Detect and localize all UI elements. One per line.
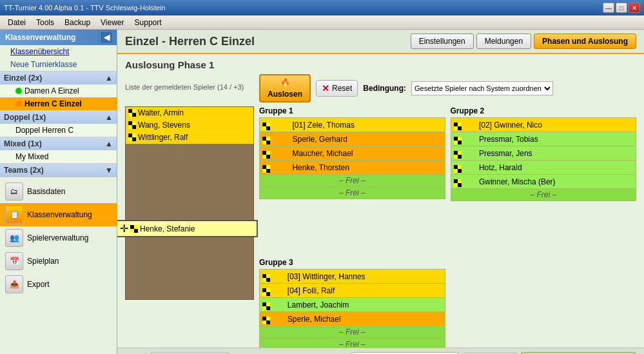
bedingung-select[interactable]: Gesetzte Spieler nach System zuordnen — [411, 81, 553, 95]
chess-icon — [454, 137, 462, 144]
table-row: – Frei – — [260, 326, 445, 339]
fire-icon: 🔥 — [280, 78, 290, 87]
bedingung-label: Bedingung: — [363, 84, 406, 93]
sidebar-doppel-items: Doppel Herren C — [0, 124, 117, 137]
sidebar-item-klassenubersicht[interactable]: Klassenübersicht — [0, 45, 117, 58]
table-row: [02] Gwinner, Nico — [451, 118, 636, 132]
table-row: – Frei – — [451, 189, 636, 201]
player-name: Wang, Stevens — [138, 121, 190, 130]
dot-icon — [15, 101, 22, 107]
meldungen-button[interactable]: Meldungen — [476, 34, 531, 49]
chess-icon — [262, 123, 270, 130]
groups-bottom: Gruppe 3 [03] Wittlinger, Hannes [04] Fo… — [259, 258, 636, 348]
sidebar-section-doppel-header[interactable]: Doppel (1x) ▲ — [0, 111, 117, 124]
menu-viewer[interactable]: Viewer — [95, 17, 129, 28]
sidebar-item-spielplan[interactable]: 📅 Spielplan — [0, 250, 117, 273]
chess-icon — [262, 137, 270, 144]
titlebar-controls: — □ ✕ — [603, 3, 640, 13]
sidebar-section-einzel-header[interactable]: Einzel (2x) ▲ — [0, 72, 117, 84]
titlebar: TT-Turnier 4.00 Alpha 0.1 - TTV Schleswi… — [0, 0, 644, 15]
content-area: Auslosung Phase 1 Liste der gemeldeten S… — [117, 54, 644, 348]
list-item[interactable]: Wittlinger, Ralf — [126, 132, 253, 144]
header-buttons: Einstellungen Meldungen Phasen und Auslo… — [411, 34, 636, 49]
auslosen-button[interactable]: 🔥 Auslosen — [259, 74, 311, 103]
gruppe2-block: Gruppe 2 [02] Gwinner, Nico Pressmar, To… — [451, 106, 637, 254]
sidebar-section-doppel: Doppel (1x) ▲ Doppel Herren C — [0, 111, 117, 137]
drag-handle: ✛ — [120, 222, 128, 235]
sidebar-collapse-button[interactable]: ◀ — [101, 32, 112, 43]
menu-tools[interactable]: Tools — [31, 17, 59, 28]
sidebar-header: Klassenverwaltung ◀ — [0, 30, 117, 45]
minimize-button[interactable]: — — [603, 3, 614, 13]
dot-icon — [15, 88, 22, 94]
sidebar-bottom-nav: 🗂 Basisdaten 📋 Klassenverwaltung 👥 Spiel… — [0, 180, 117, 296]
gruppe3-block: Gruppe 3 [03] Wittlinger, Hannes [04] Fo… — [259, 258, 445, 348]
sidebar-nav-section: Klassenübersicht Neue Turnierklasse — [0, 45, 117, 72]
gruppe2-title: Gruppe 2 — [451, 106, 637, 115]
sidebar-item-damen-a-einzel[interactable]: Damen A Einzel — [0, 84, 117, 97]
chess-icon — [128, 121, 136, 129]
menu-backup[interactable]: Backup — [59, 17, 95, 28]
sidebar-header-title: Klassenverwaltung — [5, 33, 75, 42]
chess-icon — [130, 225, 138, 233]
dragging-player[interactable]: ✛ Henke, Stefanie — [117, 220, 258, 237]
sidebar-item-basisdaten[interactable]: 🗂 Basisdaten — [0, 180, 117, 203]
gruppe1-block: Gruppe 1 [01] Zele, Thomas Sperle, Gerha… — [259, 106, 445, 254]
titlebar-title: TT-Turnier 4.00 Alpha 0.1 - TTV Schleswi… — [4, 4, 166, 12]
sidebar-item-herren-c-einzel[interactable]: Herren C Einzel — [0, 97, 117, 110]
einstellungen-button[interactable]: Einstellungen — [411, 34, 474, 49]
menubar: Datei Tools Backup Viewer Support AutoLo… — [0, 15, 644, 30]
auslosung-container: Walter, Armin Wang, Stevens Wittlinger, … — [125, 106, 636, 348]
groups-area: Gruppe 1 [01] Zele, Thomas Sperle, Gerha… — [259, 106, 636, 348]
menu-datei[interactable]: Datei — [3, 17, 31, 28]
table-row: Maucher, Michael — [260, 146, 445, 161]
sidebar-einzel-items: Damen A Einzel Herren C Einzel — [0, 84, 117, 110]
sidebar-item-klassenverwaltung[interactable]: 📋 Klassenverwaltung — [0, 203, 117, 226]
spielplan-icon: 📅 — [5, 252, 23, 270]
list-label: Liste der gemeldeten Spieler (14 / +3) — [125, 83, 254, 91]
sidebar-section-mixed-header[interactable]: Mixed (1x) ▲ — [0, 137, 117, 150]
phasen-button[interactable]: Phasen und Auslosung — [534, 34, 636, 49]
sidebar-item-doppel-herren-c[interactable]: Doppel Herren C — [0, 124, 117, 137]
list-item[interactable]: Walter, Armin — [126, 107, 253, 119]
chess-icon — [454, 151, 462, 159]
gruppe3-table: [03] Wittlinger, Hannes [04] Folli, Ralf… — [259, 269, 445, 348]
spielerverwaltung-icon: 👥 — [5, 229, 23, 247]
sidebar-section-teams-header[interactable]: Teams (2x) ▼ — [0, 164, 117, 177]
groups-top: Gruppe 1 [01] Zele, Thomas Sperle, Gerha… — [259, 106, 636, 254]
chess-icon — [454, 165, 462, 173]
auslosung-title: Auslosung Phase 1 — [125, 59, 636, 70]
chess-icon — [262, 317, 270, 324]
chess-icon — [128, 109, 136, 117]
chess-icon — [262, 288, 270, 296]
table-row: Pressmar, Jens — [451, 146, 636, 161]
chess-icon — [262, 165, 270, 173]
table-row: Sperle, Gerhard — [260, 132, 445, 146]
list-item[interactable]: Wang, Stevens — [126, 119, 253, 132]
gruppe1-title: Gruppe 1 — [259, 106, 445, 115]
basisdaten-icon: 🗂 — [5, 182, 23, 201]
menu-support[interactable]: Support — [130, 17, 167, 28]
table-row: [01] Zele, Thomas — [260, 118, 445, 132]
main-layout: Klassenverwaltung ◀ Klassenübersicht Neu… — [0, 30, 644, 354]
sidebar-item-spielerverwaltung[interactable]: 👥 Spielerverwaltung — [0, 226, 117, 250]
player-name: Henke, Stefanie — [140, 224, 195, 233]
chess-icon — [454, 123, 462, 130]
chess-icon — [262, 274, 270, 282]
reset-button[interactable]: ✕ Reset — [316, 80, 358, 97]
sidebar-item-neue-turnierklasse[interactable]: Neue Turnierklasse — [0, 58, 117, 71]
gruppe3-title: Gruppe 3 — [259, 258, 445, 267]
maximize-button[interactable]: □ — [616, 3, 627, 13]
gruppe2-table: [02] Gwinner, Nico Pressmar, Tobias Pres… — [451, 117, 637, 201]
main-header: Einzel - Herren C Einzel Einstellungen M… — [117, 30, 644, 54]
table-row: Pressmar, Tobias — [451, 132, 636, 146]
sidebar-section-einzel: Einzel (2x) ▲ Damen A Einzel Herren C Ei… — [0, 72, 117, 111]
table-row: [03] Wittlinger, Hannes — [260, 270, 445, 284]
close-button[interactable]: ✕ — [629, 3, 640, 13]
sidebar-item-export[interactable]: 📤 Export — [0, 273, 117, 296]
chess-icon — [262, 151, 270, 159]
table-row: – Frei – — [260, 339, 445, 348]
chess-icon — [454, 179, 462, 187]
spacer: Liste der gemeldeten Spieler (14 / +3) — [125, 83, 254, 93]
sidebar-item-my-mixed[interactable]: My Mixed — [0, 150, 117, 163]
